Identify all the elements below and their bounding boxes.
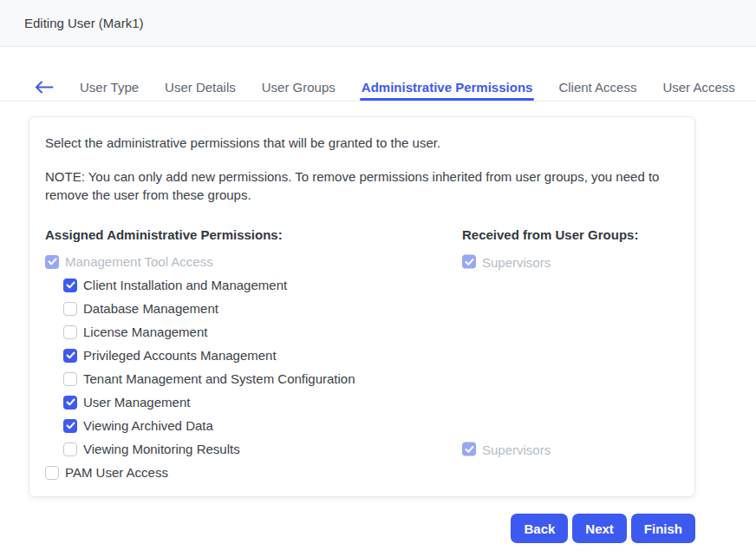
- intro-text: Select the administrative permissions th…: [45, 134, 677, 152]
- permission-checkbox[interactable]: [63, 442, 77, 456]
- permission-row: Tenant Management and System Configurati…: [45, 367, 677, 390]
- permission-checkbox[interactable]: [63, 302, 77, 316]
- permission-checkbox[interactable]: [63, 396, 77, 410]
- permission-checkbox[interactable]: [63, 325, 77, 339]
- check-icon: [66, 398, 75, 406]
- permission-checkbox: [45, 255, 59, 269]
- finish-button[interactable]: Finish: [631, 514, 695, 543]
- next-button[interactable]: Next: [572, 514, 627, 543]
- tab-client-access[interactable]: Client Access: [558, 73, 636, 101]
- received-label: Supervisors: [482, 442, 551, 456]
- tab-user-groups[interactable]: User Groups: [262, 73, 336, 101]
- permissions-card: Select the administrative permissions th…: [29, 116, 695, 497]
- permission-row: Privileged Accounts Management: [45, 344, 677, 367]
- permission-label: Viewing Archived Data: [83, 418, 213, 433]
- received-checkbox: [462, 442, 476, 456]
- permission-row: PAM User Access: [45, 461, 677, 484]
- permission-row: Viewing Monitoring Results Supervisors: [45, 437, 677, 461]
- check-icon: [465, 445, 474, 453]
- tab-user-details[interactable]: User Details: [165, 73, 236, 101]
- tab-administrative-permissions[interactable]: Administrative Permissions: [362, 73, 533, 101]
- tab-user-type[interactable]: User Type: [80, 73, 139, 101]
- permission-label: Viewing Monitoring Results: [83, 442, 240, 456]
- check-icon: [66, 351, 75, 359]
- note-text: NOTE: You can only add new permissions. …: [45, 167, 677, 204]
- permission-row: Client Installation and Management: [45, 273, 677, 297]
- permission-row: Database Management: [45, 297, 677, 320]
- check-icon: [465, 258, 474, 265]
- permission-label: Management Tool Access: [65, 254, 213, 269]
- window-titlebar: Editing User (Mark1): [0, 0, 756, 47]
- permission-row: User Management: [45, 390, 677, 414]
- arrow-left-icon: [35, 81, 54, 94]
- received-group: Supervisors: [462, 254, 551, 269]
- permission-checkbox[interactable]: [63, 372, 77, 386]
- received-label: Supervisors: [482, 254, 551, 269]
- footer-buttons: BackNextFinish: [0, 514, 695, 543]
- assigned-column-header: Assigned Administrative Permissions:: [45, 227, 462, 242]
- permission-label: Tenant Management and System Configurati…: [83, 371, 355, 386]
- back-button[interactable]: Back: [511, 514, 568, 543]
- check-icon: [66, 422, 75, 429]
- column-headers: Assigned Administrative Permissions: Rec…: [45, 227, 677, 242]
- permission-checkbox[interactable]: [45, 466, 59, 480]
- permission-checkbox[interactable]: [63, 349, 77, 363]
- permission-row: License Management: [45, 320, 677, 344]
- received-checkbox: [462, 255, 476, 269]
- permission-row: Management Tool Access Supervisors: [45, 250, 677, 273]
- received-column-header: Received from User Groups:: [462, 227, 638, 242]
- permission-checkbox[interactable]: [63, 419, 77, 433]
- check-icon: [66, 281, 75, 289]
- permissions-list: Management Tool Access Supervisors Clien…: [45, 250, 677, 484]
- check-icon: [48, 258, 57, 265]
- permission-label: Database Management: [83, 301, 218, 316]
- permission-checkbox[interactable]: [63, 278, 77, 292]
- received-group: Supervisors: [462, 442, 551, 456]
- back-arrow-button[interactable]: [35, 81, 54, 94]
- permission-label: Privileged Accounts Management: [83, 348, 277, 363]
- tab-user-access[interactable]: User Access: [662, 73, 734, 101]
- permission-label: User Management: [83, 395, 190, 410]
- tab-list: User TypeUser DetailsUser GroupsAdminist…: [80, 73, 735, 101]
- wizard-tab-bar: User TypeUser DetailsUser GroupsAdminist…: [0, 73, 756, 102]
- permission-label: PAM User Access: [65, 465, 168, 480]
- permission-row: Viewing Archived Data: [45, 414, 677, 437]
- permission-label: License Management: [83, 324, 207, 339]
- page-title: Editing User (Mark1): [24, 16, 144, 30]
- permission-label: Client Installation and Management: [83, 278, 287, 292]
